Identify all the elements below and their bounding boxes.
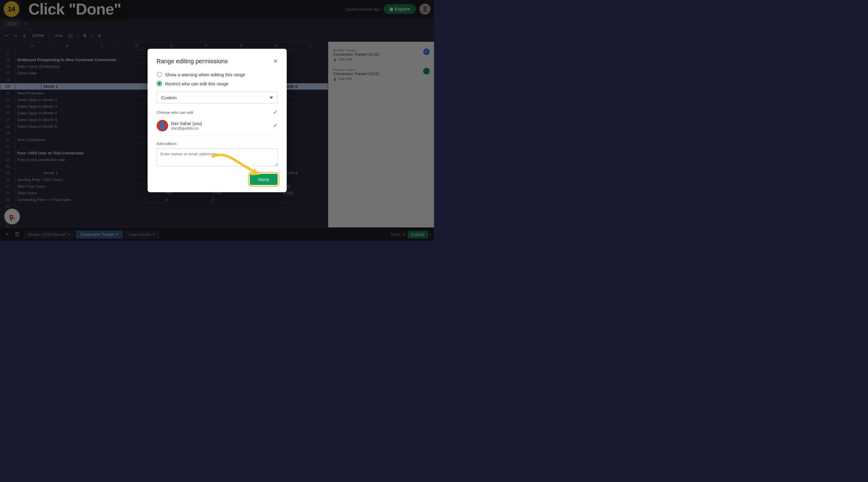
radio-circle-restrict [157,81,162,86]
editors-input[interactable] [157,148,278,167]
modal-footer: Done [157,174,278,185]
user-avatar: 👤 [157,120,168,132]
modal-title: Range editing permissions [157,58,228,65]
radio-circle-warn [157,72,162,77]
can-edit-label: Choose who can edit ✓ [157,109,278,116]
modal-header: Range editing permissions × [157,57,278,65]
radio-option-warn[interactable]: Show a warning when editing this range [157,72,278,77]
add-editors-label: Add editors: [157,141,278,146]
check-mark-user: ✓ [273,122,278,129]
permission-dropdown[interactable]: Custom Only you [157,92,278,104]
check-mark-all: ✓ [273,109,278,116]
done-button[interactable]: Done [250,174,278,185]
user-row: 👤 Dan Sahar (you) dan@guidde.co ✓ [157,120,278,136]
radio-group: Show a warning when editing this range R… [157,72,278,86]
modal-dialog: Range editing permissions × Show a warni… [148,49,287,192]
modal-close-button[interactable]: × [274,57,278,65]
radio-option-restrict[interactable]: Restrict who can edit this range [157,81,278,86]
